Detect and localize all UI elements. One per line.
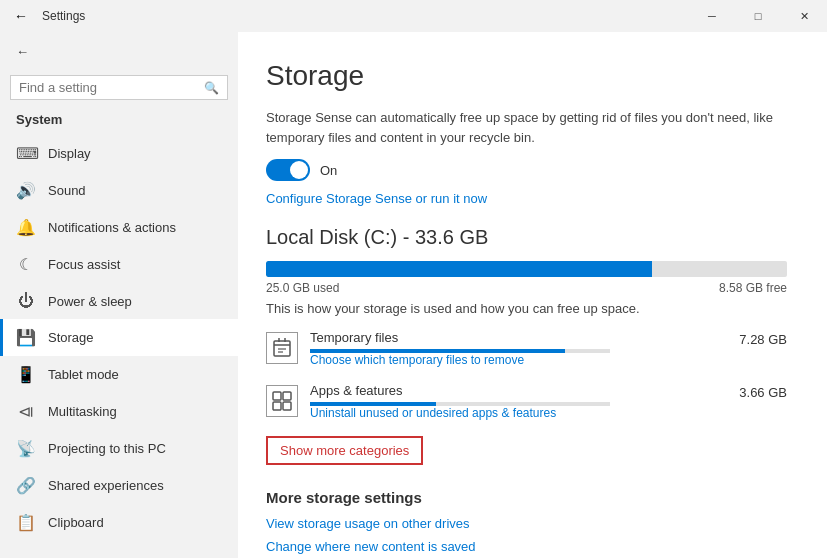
sidebar-item-label: Notifications & actions [48,220,176,235]
more-settings-title: More storage settings [266,489,787,506]
titlebar: ← Settings ─ □ ✕ [0,0,827,32]
apps-name: Apps & features [310,383,727,398]
free-label: 8.58 GB free [719,281,787,295]
storage-icon: 💾 [16,328,36,347]
disk-title: Local Disk (C:) - 33.6 GB [266,226,787,249]
content-area: Storage Storage Sense can automatically … [238,32,827,558]
toggle-row: On [266,159,787,181]
apps-size: 3.66 GB [739,383,787,400]
change-content-link[interactable]: Change where new content is saved [266,539,787,554]
sidebar-back-button[interactable]: ← [0,32,238,71]
storage-desc: This is how your storage is used and how… [266,301,787,316]
svg-rect-8 [273,402,281,410]
svg-rect-7 [283,392,291,400]
maximize-button[interactable]: □ [735,0,781,32]
notifications-icon: 🔔 [16,218,36,237]
temp-files-icon [266,332,298,364]
show-more-categories-button[interactable]: Show more categories [266,436,423,465]
search-icon: 🔍 [204,81,219,95]
temp-files-size: 7.28 GB [739,330,787,347]
sidebar-search-container: 🔍 [10,75,228,100]
sidebar-item-label: Shared experiences [48,478,164,493]
sidebar-item-power[interactable]: ⏻ Power & sleep [0,283,238,319]
sidebar-item-label: Sound [48,183,86,198]
apps-sub-link[interactable]: Uninstall unused or undesired apps & fea… [310,406,727,420]
temp-files-info: Temporary files Choose which temporary f… [310,330,727,367]
sidebar-item-clipboard[interactable]: 📋 Clipboard [0,504,238,541]
back-arrow-icon: ← [16,44,29,59]
storage-bar-fill [266,261,652,277]
page-title: Storage [266,60,787,92]
used-label: 25.0 GB used [266,281,339,295]
apps-icon [266,385,298,417]
back-icon[interactable]: ← [8,4,34,28]
storage-sense-toggle[interactable] [266,159,310,181]
svg-rect-6 [273,392,281,400]
search-input[interactable] [19,80,198,95]
clipboard-icon: 📋 [16,513,36,532]
shared-icon: 🔗 [16,476,36,495]
projecting-icon: 📡 [16,439,36,458]
sidebar-item-label: Multitasking [48,404,117,419]
focus-icon: ☾ [16,255,36,274]
storage-description: Storage Sense can automatically free up … [266,108,787,147]
close-button[interactable]: ✕ [781,0,827,32]
sidebar-item-label: Display [48,146,91,161]
sidebar-item-label: Power & sleep [48,294,132,309]
sidebar-item-label: Clipboard [48,515,104,530]
sidebar-item-multitasking[interactable]: ⧏ Multitasking [0,393,238,430]
sidebar-section-label: System [0,108,238,135]
sidebar: ← 🔍 System ⌨ Display 🔊 Sound 🔔 Notificat… [0,32,238,558]
view-storage-link[interactable]: View storage usage on other drives [266,516,787,531]
sidebar-item-notifications[interactable]: 🔔 Notifications & actions [0,209,238,246]
sidebar-item-sound[interactable]: 🔊 Sound [0,172,238,209]
titlebar-title: Settings [42,9,85,23]
titlebar-left: ← Settings [8,4,85,28]
storage-bar-container [266,261,787,277]
titlebar-controls: ─ □ ✕ [689,0,827,32]
app-container: ← 🔍 System ⌨ Display 🔊 Sound 🔔 Notificat… [0,32,827,558]
sidebar-item-shared[interactable]: 🔗 Shared experiences [0,467,238,504]
power-icon: ⏻ [16,292,36,310]
storage-item-temp: Temporary files Choose which temporary f… [266,330,787,367]
minimize-button[interactable]: ─ [689,0,735,32]
sidebar-item-label: Projecting to this PC [48,441,166,456]
storage-bar [266,261,787,277]
sidebar-item-label: Tablet mode [48,367,119,382]
multitasking-icon: ⧏ [16,402,36,421]
apps-info: Apps & features Uninstall unused or unde… [310,383,727,420]
toggle-label: On [320,163,337,178]
sidebar-item-projecting[interactable]: 📡 Projecting to this PC [0,430,238,467]
temp-files-sub-link[interactable]: Choose which temporary files to remove [310,353,727,367]
configure-link[interactable]: Configure Storage Sense or run it now [266,191,487,206]
svg-rect-9 [283,402,291,410]
temp-files-name: Temporary files [310,330,727,345]
sidebar-item-focus[interactable]: ☾ Focus assist [0,246,238,283]
storage-labels: 25.0 GB used 8.58 GB free [266,281,787,295]
tablet-icon: 📱 [16,365,36,384]
storage-item-apps: Apps & features Uninstall unused or unde… [266,383,787,420]
sidebar-item-tablet[interactable]: 📱 Tablet mode [0,356,238,393]
sidebar-item-storage[interactable]: 💾 Storage [0,319,238,356]
sidebar-item-label: Storage [48,330,94,345]
display-icon: ⌨ [16,144,36,163]
sidebar-item-label: Focus assist [48,257,120,272]
sidebar-item-display[interactable]: ⌨ Display [0,135,238,172]
sound-icon: 🔊 [16,181,36,200]
